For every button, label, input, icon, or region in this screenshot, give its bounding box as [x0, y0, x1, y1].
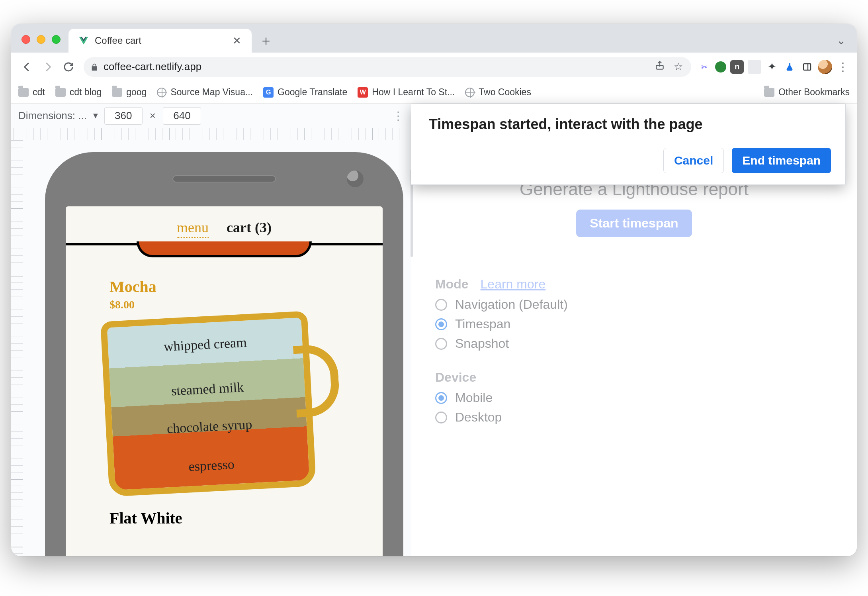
layer-milk: steamed milk — [110, 376, 305, 402]
mode-label: Mode — [435, 277, 469, 292]
radio-icon — [435, 338, 447, 350]
page-viewport[interactable]: menu cart (3) Mocha $8.00 whipped cream … — [66, 206, 383, 556]
minimize-window-button[interactable] — [37, 35, 45, 44]
other-bookmarks[interactable]: Other Bookmarks — [764, 87, 850, 98]
phone-speaker — [172, 175, 276, 182]
chrome-menu-icon[interactable]: ⋮ — [836, 60, 850, 73]
side-panel-icon[interactable] — [800, 60, 814, 74]
start-timespan-button[interactable]: Start timespan — [576, 210, 692, 237]
extensions-menu-icon[interactable]: ✦ — [765, 60, 779, 74]
extension-labs-icon[interactable] — [783, 60, 796, 74]
layer-syrup: chocolate syrup — [112, 414, 307, 439]
product-name: Mocha — [109, 277, 347, 296]
extension-row: ✂ n ✦ ⋮ — [698, 60, 850, 74]
device-option-mobile[interactable]: Mobile — [435, 390, 857, 405]
bookmark-folder-goog[interactable]: goog — [112, 87, 147, 98]
device-section: Device Mobile Desktop — [435, 370, 857, 425]
device-mode-pane: Dimensions: ... ▼ × ⋮ menu cart (3) — [11, 104, 411, 556]
folder-icon — [112, 88, 122, 97]
ruler-horizontal — [11, 128, 411, 140]
product-price: $8.00 — [109, 298, 347, 311]
tab-title: Coffee cart — [95, 35, 225, 46]
nav-cart-link[interactable]: cart (3) — [227, 220, 272, 235]
bookmark-folder-cdt[interactable]: cdt — [18, 87, 45, 98]
reload-button[interactable] — [60, 58, 77, 76]
bookmark-source-map[interactable]: Source Map Visua... — [157, 87, 253, 98]
radio-checked-icon — [435, 318, 447, 330]
radio-icon — [435, 412, 447, 423]
product-card-mocha: Mocha $8.00 whipped cream steamed milk c… — [66, 258, 383, 497]
device-dropdown-icon[interactable]: ▼ — [92, 111, 100, 120]
modal-title: Timespan started, interact with the page — [429, 116, 831, 133]
ruler-vertical — [11, 140, 23, 556]
back-button[interactable] — [18, 58, 36, 76]
viewport-width-input[interactable] — [104, 107, 143, 125]
device-toolbar-menu-icon[interactable]: ⋮ — [393, 109, 404, 122]
radio-checked-icon — [435, 392, 447, 404]
viewport-height-input[interactable] — [163, 107, 201, 125]
folder-icon — [764, 88, 774, 97]
mode-option-navigation[interactable]: Navigation (Default) — [435, 297, 857, 312]
url-text: coffee-cart.netlify.app — [104, 61, 648, 73]
window-controls — [22, 35, 61, 44]
translate-icon: G — [263, 87, 274, 98]
learn-more-link[interactable]: Learn more — [481, 277, 546, 292]
svg-rect-3 — [803, 64, 811, 70]
timespan-modal: Timespan started, interact with the page… — [411, 104, 846, 185]
dimension-separator: × — [150, 110, 156, 122]
nav-pill — [137, 241, 312, 257]
extension-grid-icon[interactable] — [748, 60, 761, 74]
mug-illustration[interactable]: whipped cream steamed milk chocolate syr… — [100, 311, 316, 497]
phone-frame: menu cart (3) Mocha $8.00 whipped cream … — [45, 152, 403, 556]
omnibox[interactable]: coffee-cart.netlify.app ☆ — [84, 57, 691, 77]
mode-section: Mode Learn more Navigation (Default) Tim… — [435, 277, 857, 351]
bookmarks-bar: cdt cdt blog goog Source Map Visua... GG… — [11, 81, 857, 104]
browser-tab[interactable]: Coffee cart ✕ — [68, 29, 252, 53]
share-icon[interactable] — [653, 60, 667, 73]
bookmark-google-translate[interactable]: GGoogle Translate — [263, 87, 347, 98]
mode-option-timespan[interactable]: Timespan — [435, 317, 857, 331]
tab-search-button[interactable]: ⌄ — [831, 34, 850, 47]
close-window-button[interactable] — [22, 35, 30, 44]
extension-dot-icon[interactable] — [715, 61, 726, 73]
phone-camera — [347, 171, 364, 187]
forward-button[interactable] — [39, 58, 57, 76]
close-tab-icon[interactable]: ✕ — [230, 35, 244, 47]
device-area: menu cart (3) Mocha $8.00 whipped cream … — [23, 140, 411, 556]
device-toolbar: Dimensions: ... ▼ × ⋮ — [11, 104, 411, 128]
layer-espresso: espresso — [114, 453, 309, 478]
lock-icon — [90, 63, 99, 71]
layer-whipped: whipped cream — [108, 332, 303, 357]
mode-option-snapshot[interactable]: Snapshot — [435, 336, 857, 351]
nav-menu-link[interactable]: menu — [177, 220, 209, 238]
device-option-desktop[interactable]: Desktop — [435, 410, 857, 425]
folder-icon — [55, 88, 66, 97]
radio-icon — [435, 299, 447, 311]
fullscreen-window-button[interactable] — [52, 35, 61, 44]
dimensions-label: Dimensions: ... — [18, 110, 87, 122]
bookmark-how-i-learnt[interactable]: WHow I Learnt To St... — [358, 87, 455, 98]
tab-strip: Coffee cart ✕ ＋ ⌄ — [11, 24, 857, 53]
new-tab-button[interactable]: ＋ — [256, 31, 276, 50]
folder-icon — [18, 88, 29, 97]
bookmark-two-cookies[interactable]: Two Cookies — [465, 87, 531, 98]
globe-icon — [465, 88, 475, 97]
profile-avatar[interactable] — [818, 60, 832, 74]
device-label: Device — [435, 370, 476, 385]
end-timespan-button[interactable]: End timespan — [732, 148, 831, 173]
address-bar: coffee-cart.netlify.app ☆ ✂ n ✦ ⋮ — [11, 53, 857, 81]
bookmark-star-icon[interactable]: ☆ — [671, 61, 685, 73]
bookmark-folder-cdt-blog[interactable]: cdt blog — [55, 87, 102, 98]
page-nav: menu cart (3) — [66, 206, 383, 243]
vue-favicon-icon — [78, 35, 89, 46]
extension-n-icon[interactable]: n — [730, 60, 744, 74]
browser-window: Coffee cart ✕ ＋ ⌄ coffee-cart.netlify.ap… — [11, 24, 857, 556]
cancel-button[interactable]: Cancel — [663, 148, 724, 173]
w-icon: W — [358, 87, 368, 98]
globe-icon — [157, 88, 166, 97]
extension-scissors-icon[interactable]: ✂ — [698, 60, 711, 74]
product-name-flat-white: Flat White — [66, 509, 383, 527]
